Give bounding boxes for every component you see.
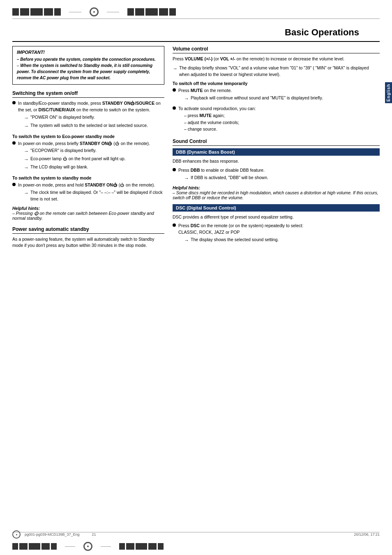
volume-control-section: Volume control Press VOLUME (+/-) (or VO… (173, 46, 380, 133)
header-decoration (0, 0, 392, 16)
bullet-dot (173, 223, 176, 227)
switching-title: Switching the system on/off (12, 90, 164, 98)
page-title-area: Basic Operations (12, 21, 380, 42)
bullet-content: In power-on mode, press briefly STANDBY … (18, 140, 164, 173)
sound-control-section: Sound Control DBB (Dynamic Bass Boost) D… (173, 138, 380, 245)
bar-segment (126, 543, 134, 550)
bullet-dot (12, 183, 16, 186)
bar-segment (54, 8, 61, 16)
bullet-item: Press DSC on the remote (or on the syste… (173, 223, 380, 245)
arrow-icon: → (24, 156, 29, 163)
left-column: IMPORTANT! – Before you operate the syst… (12, 46, 164, 255)
bar-segment (135, 8, 144, 16)
bar-segment (19, 543, 28, 550)
bottom-bar (12, 542, 380, 551)
arrow-item: → Eco-power lamp ⏻ on the front panel wi… (24, 156, 164, 163)
power-saving-title: Power saving automatic standby (12, 226, 164, 234)
arrow-item: → Playback will continue without sound a… (184, 95, 380, 102)
bullet-dot (173, 106, 176, 110)
dash-item: – press MUTE again; (184, 112, 380, 119)
bullet-item: Press DBB to enable or disable DBB featu… (173, 167, 380, 183)
arrow-text: If DBB is activated, "DBB" will be shown… (191, 175, 268, 181)
bullet-content: Press MUTE on the remote. → Playback wil… (178, 88, 380, 103)
important-title: IMPORTANT! (17, 50, 160, 55)
arrow-item: → If DBB is activated, "DBB" will be sho… (184, 175, 380, 182)
circle-dot (16, 534, 17, 535)
arrow-item: → The display briefly shows "VOL" and a … (173, 65, 380, 78)
arrow-text: Playback will continue without sound and… (191, 95, 323, 101)
arrow-text: The display briefly shows "VOL" and a vo… (179, 65, 380, 78)
bar-segment (127, 8, 134, 16)
dbb-intro: DBB enhances the bass response. (173, 158, 380, 165)
page-footer: pg001-pg039-MCD139B_37_Eng 21 20/12/06, … (0, 530, 392, 539)
bar-segment (119, 543, 125, 550)
arrow-item: → "POWER ON" is displayed briefly. (24, 114, 164, 122)
arrow-icon: → (173, 65, 178, 72)
bullet-dot (12, 101, 16, 104)
page-title: Basic Operations (285, 27, 359, 37)
bar-segment (158, 543, 164, 550)
language-tab: English (385, 82, 392, 103)
bottom-circle (83, 542, 92, 551)
volume-intro: Press VOLUME (+/-) (or VOL +/- on the re… (173, 56, 380, 62)
bullet-dot (173, 88, 176, 92)
circle-inner (93, 11, 95, 13)
arrow-icon: → (24, 164, 29, 171)
arrow-text: "POWER ON" is displayed briefly. (30, 114, 95, 121)
dsc-intro: DSC provides a different type of preset … (173, 214, 380, 221)
header-bar-left (12, 8, 61, 16)
header-line (69, 12, 81, 12)
bar-segment (12, 8, 19, 16)
arrow-item: → The display shows the selected sound s… (184, 237, 380, 244)
sound-control-title: Sound Control (173, 138, 380, 146)
bar-segment (20, 8, 29, 16)
arrow-item: → The clock time will be displayed. Or "… (24, 189, 164, 203)
arrow-icon: → (24, 189, 29, 197)
bar-segment (148, 543, 157, 550)
bar-segment (30, 8, 43, 16)
bullet-content: Press DBB to enable or disable DBB featu… (178, 167, 380, 183)
bar-segment (29, 543, 40, 550)
arrow-icon: → (24, 147, 29, 155)
arrow-text: Eco-power lamp ⏻ on the front panel will… (30, 156, 126, 162)
arrow-icon: → (184, 175, 189, 182)
bullet-content: In standby/Eco-power standby mode, press… (18, 100, 164, 131)
header-line (107, 12, 119, 12)
sub-section-title: To switch the system to Eco-power standb… (12, 134, 164, 139)
bullet-content: In power-on mode, press and hold STANDBY… (18, 182, 164, 203)
bar-segment (12, 543, 18, 550)
dash-item: – change source. (184, 126, 380, 133)
important-box: IMPORTANT! – Before you operate the syst… (12, 46, 164, 85)
important-text: – Before you operate the system, complet… (17, 56, 160, 81)
bottom-bar-left (12, 543, 57, 550)
bullet-content: To activate sound reproduction, you can:… (178, 106, 380, 133)
volume-control-title: Volume control (173, 46, 380, 53)
arrow-item: → The LCD display will go blank. (24, 164, 164, 171)
important-line2: – When the system is switched to Standby… (17, 63, 152, 80)
arrow-item: → "ECOPOWER" is displayed briefly. (24, 147, 164, 155)
arrow-icon: → (24, 122, 29, 130)
bar-segment (159, 8, 168, 16)
footer-page-center: 21 (92, 532, 96, 537)
arrow-icon: → (24, 114, 29, 122)
bottom-line (65, 546, 75, 547)
bullet-item: In power-on mode, press and hold STANDBY… (12, 182, 164, 203)
circle-inner (87, 546, 89, 547)
dbb-box: DBB (Dynamic Bass Boost) (173, 148, 380, 156)
header-bar-right (127, 8, 176, 16)
right-column: Volume control Press VOLUME (+/-) (or VO… (173, 46, 380, 255)
helpful-hints: Helpful hints: – Pressing ⏻ on the remot… (12, 206, 164, 221)
important-line1: – Before you operate the system, complet… (17, 57, 156, 62)
arrow-text: The display shows the selected sound set… (191, 237, 279, 243)
bar-segment (44, 8, 53, 16)
arrow-icon: → (184, 95, 189, 102)
bar-segment (51, 543, 57, 550)
bar-segment (136, 543, 147, 550)
bullet-dot (173, 168, 176, 171)
arrow-item: → The system will switch to the selected… (24, 122, 164, 130)
helpful-hints: Helpful hints: – Some discs might be rec… (173, 185, 380, 200)
header-circle (90, 7, 99, 16)
power-saving-section: Power saving automatic standby As a powe… (12, 226, 164, 249)
footer-doc-id: pg001-pg039-MCD139B_37_Eng (25, 532, 80, 537)
bullet-content: Press DSC on the remote (or on the syste… (178, 223, 380, 245)
